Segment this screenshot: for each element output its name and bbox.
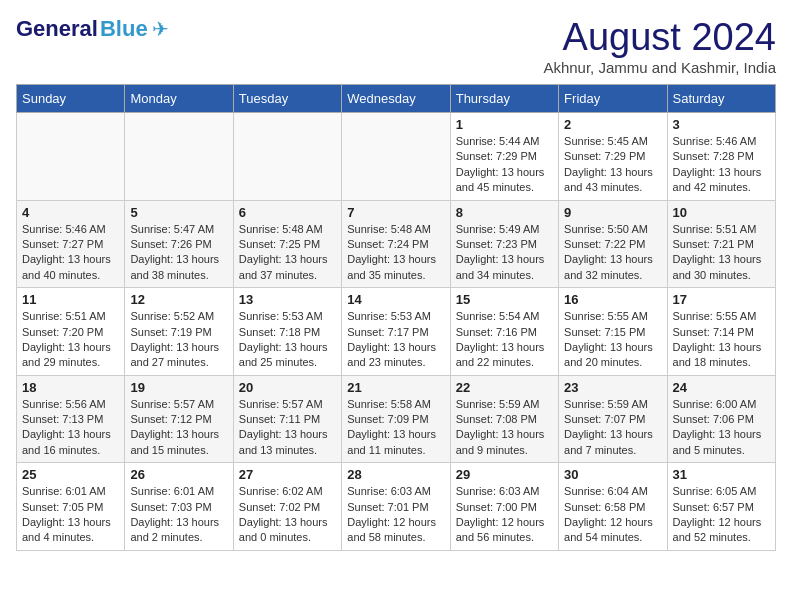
calendar-cell <box>125 113 233 201</box>
logo-general: General <box>16 16 98 42</box>
calendar-cell: 2Sunrise: 5:45 AM Sunset: 7:29 PM Daylig… <box>559 113 667 201</box>
day-number: 29 <box>456 467 553 482</box>
calendar-cell: 23Sunrise: 5:59 AM Sunset: 7:07 PM Dayli… <box>559 375 667 463</box>
day-info: Sunrise: 5:51 AM Sunset: 7:21 PM Dayligh… <box>673 222 770 284</box>
day-info: Sunrise: 5:54 AM Sunset: 7:16 PM Dayligh… <box>456 309 553 371</box>
day-number: 11 <box>22 292 119 307</box>
day-number: 28 <box>347 467 444 482</box>
calendar-cell: 19Sunrise: 5:57 AM Sunset: 7:12 PM Dayli… <box>125 375 233 463</box>
day-info: Sunrise: 5:57 AM Sunset: 7:12 PM Dayligh… <box>130 397 227 459</box>
day-info: Sunrise: 5:57 AM Sunset: 7:11 PM Dayligh… <box>239 397 336 459</box>
calendar-week-5: 25Sunrise: 6:01 AM Sunset: 7:05 PM Dayli… <box>17 463 776 551</box>
day-info: Sunrise: 5:55 AM Sunset: 7:15 PM Dayligh… <box>564 309 661 371</box>
day-info: Sunrise: 5:46 AM Sunset: 7:28 PM Dayligh… <box>673 134 770 196</box>
calendar-header-row: SundayMondayTuesdayWednesdayThursdayFrid… <box>17 85 776 113</box>
day-number: 6 <box>239 205 336 220</box>
day-info: Sunrise: 6:02 AM Sunset: 7:02 PM Dayligh… <box>239 484 336 546</box>
day-info: Sunrise: 5:48 AM Sunset: 7:24 PM Dayligh… <box>347 222 444 284</box>
day-info: Sunrise: 5:53 AM Sunset: 7:18 PM Dayligh… <box>239 309 336 371</box>
day-info: Sunrise: 5:51 AM Sunset: 7:20 PM Dayligh… <box>22 309 119 371</box>
calendar-cell: 13Sunrise: 5:53 AM Sunset: 7:18 PM Dayli… <box>233 288 341 376</box>
day-number: 13 <box>239 292 336 307</box>
calendar-cell: 27Sunrise: 6:02 AM Sunset: 7:02 PM Dayli… <box>233 463 341 551</box>
day-info: Sunrise: 6:01 AM Sunset: 7:05 PM Dayligh… <box>22 484 119 546</box>
day-info: Sunrise: 5:48 AM Sunset: 7:25 PM Dayligh… <box>239 222 336 284</box>
calendar-cell: 26Sunrise: 6:01 AM Sunset: 7:03 PM Dayli… <box>125 463 233 551</box>
weekday-header-tuesday: Tuesday <box>233 85 341 113</box>
day-number: 17 <box>673 292 770 307</box>
weekday-header-sunday: Sunday <box>17 85 125 113</box>
day-info: Sunrise: 5:55 AM Sunset: 7:14 PM Dayligh… <box>673 309 770 371</box>
day-info: Sunrise: 5:58 AM Sunset: 7:09 PM Dayligh… <box>347 397 444 459</box>
calendar-cell: 15Sunrise: 5:54 AM Sunset: 7:16 PM Dayli… <box>450 288 558 376</box>
calendar-cell <box>17 113 125 201</box>
day-number: 12 <box>130 292 227 307</box>
calendar-week-4: 18Sunrise: 5:56 AM Sunset: 7:13 PM Dayli… <box>17 375 776 463</box>
day-info: Sunrise: 6:03 AM Sunset: 7:01 PM Dayligh… <box>347 484 444 546</box>
calendar-cell: 5Sunrise: 5:47 AM Sunset: 7:26 PM Daylig… <box>125 200 233 288</box>
month-title: August 2024 <box>543 16 776 59</box>
calendar-cell: 17Sunrise: 5:55 AM Sunset: 7:14 PM Dayli… <box>667 288 775 376</box>
logo-bird-icon: ✈ <box>152 17 169 41</box>
page-header: General Blue ✈ August 2024 Akhnur, Jammu… <box>16 16 776 76</box>
day-number: 21 <box>347 380 444 395</box>
day-number: 8 <box>456 205 553 220</box>
calendar-cell: 11Sunrise: 5:51 AM Sunset: 7:20 PM Dayli… <box>17 288 125 376</box>
calendar-cell: 28Sunrise: 6:03 AM Sunset: 7:01 PM Dayli… <box>342 463 450 551</box>
day-info: Sunrise: 6:04 AM Sunset: 6:58 PM Dayligh… <box>564 484 661 546</box>
day-info: Sunrise: 5:59 AM Sunset: 7:08 PM Dayligh… <box>456 397 553 459</box>
day-number: 22 <box>456 380 553 395</box>
day-number: 31 <box>673 467 770 482</box>
weekday-header-monday: Monday <box>125 85 233 113</box>
day-number: 26 <box>130 467 227 482</box>
day-number: 14 <box>347 292 444 307</box>
day-number: 20 <box>239 380 336 395</box>
day-info: Sunrise: 6:01 AM Sunset: 7:03 PM Dayligh… <box>130 484 227 546</box>
day-number: 15 <box>456 292 553 307</box>
calendar-week-2: 4Sunrise: 5:46 AM Sunset: 7:27 PM Daylig… <box>17 200 776 288</box>
day-info: Sunrise: 5:59 AM Sunset: 7:07 PM Dayligh… <box>564 397 661 459</box>
calendar-cell: 21Sunrise: 5:58 AM Sunset: 7:09 PM Dayli… <box>342 375 450 463</box>
logo: General Blue ✈ <box>16 16 169 42</box>
day-number: 5 <box>130 205 227 220</box>
calendar-cell: 7Sunrise: 5:48 AM Sunset: 7:24 PM Daylig… <box>342 200 450 288</box>
day-info: Sunrise: 5:53 AM Sunset: 7:17 PM Dayligh… <box>347 309 444 371</box>
day-info: Sunrise: 5:45 AM Sunset: 7:29 PM Dayligh… <box>564 134 661 196</box>
weekday-header-friday: Friday <box>559 85 667 113</box>
weekday-header-thursday: Thursday <box>450 85 558 113</box>
calendar-cell: 25Sunrise: 6:01 AM Sunset: 7:05 PM Dayli… <box>17 463 125 551</box>
calendar-cell: 18Sunrise: 5:56 AM Sunset: 7:13 PM Dayli… <box>17 375 125 463</box>
day-number: 24 <box>673 380 770 395</box>
day-number: 7 <box>347 205 444 220</box>
calendar-cell <box>233 113 341 201</box>
day-info: Sunrise: 6:03 AM Sunset: 7:00 PM Dayligh… <box>456 484 553 546</box>
day-info: Sunrise: 6:00 AM Sunset: 7:06 PM Dayligh… <box>673 397 770 459</box>
calendar-cell: 31Sunrise: 6:05 AM Sunset: 6:57 PM Dayli… <box>667 463 775 551</box>
day-number: 10 <box>673 205 770 220</box>
calendar-cell: 24Sunrise: 6:00 AM Sunset: 7:06 PM Dayli… <box>667 375 775 463</box>
day-info: Sunrise: 5:50 AM Sunset: 7:22 PM Dayligh… <box>564 222 661 284</box>
weekday-header-wednesday: Wednesday <box>342 85 450 113</box>
calendar-week-3: 11Sunrise: 5:51 AM Sunset: 7:20 PM Dayli… <box>17 288 776 376</box>
day-number: 25 <box>22 467 119 482</box>
day-info: Sunrise: 5:44 AM Sunset: 7:29 PM Dayligh… <box>456 134 553 196</box>
calendar-cell: 9Sunrise: 5:50 AM Sunset: 7:22 PM Daylig… <box>559 200 667 288</box>
calendar-cell: 6Sunrise: 5:48 AM Sunset: 7:25 PM Daylig… <box>233 200 341 288</box>
day-number: 30 <box>564 467 661 482</box>
calendar-cell: 10Sunrise: 5:51 AM Sunset: 7:21 PM Dayli… <box>667 200 775 288</box>
calendar-cell: 3Sunrise: 5:46 AM Sunset: 7:28 PM Daylig… <box>667 113 775 201</box>
day-info: Sunrise: 5:56 AM Sunset: 7:13 PM Dayligh… <box>22 397 119 459</box>
calendar-week-1: 1Sunrise: 5:44 AM Sunset: 7:29 PM Daylig… <box>17 113 776 201</box>
day-number: 19 <box>130 380 227 395</box>
day-number: 2 <box>564 117 661 132</box>
calendar-cell: 20Sunrise: 5:57 AM Sunset: 7:11 PM Dayli… <box>233 375 341 463</box>
calendar-cell: 12Sunrise: 5:52 AM Sunset: 7:19 PM Dayli… <box>125 288 233 376</box>
day-info: Sunrise: 6:05 AM Sunset: 6:57 PM Dayligh… <box>673 484 770 546</box>
calendar-cell: 8Sunrise: 5:49 AM Sunset: 7:23 PM Daylig… <box>450 200 558 288</box>
calendar-cell: 22Sunrise: 5:59 AM Sunset: 7:08 PM Dayli… <box>450 375 558 463</box>
calendar-cell: 29Sunrise: 6:03 AM Sunset: 7:00 PM Dayli… <box>450 463 558 551</box>
day-number: 16 <box>564 292 661 307</box>
calendar-cell: 16Sunrise: 5:55 AM Sunset: 7:15 PM Dayli… <box>559 288 667 376</box>
day-info: Sunrise: 5:46 AM Sunset: 7:27 PM Dayligh… <box>22 222 119 284</box>
day-info: Sunrise: 5:49 AM Sunset: 7:23 PM Dayligh… <box>456 222 553 284</box>
